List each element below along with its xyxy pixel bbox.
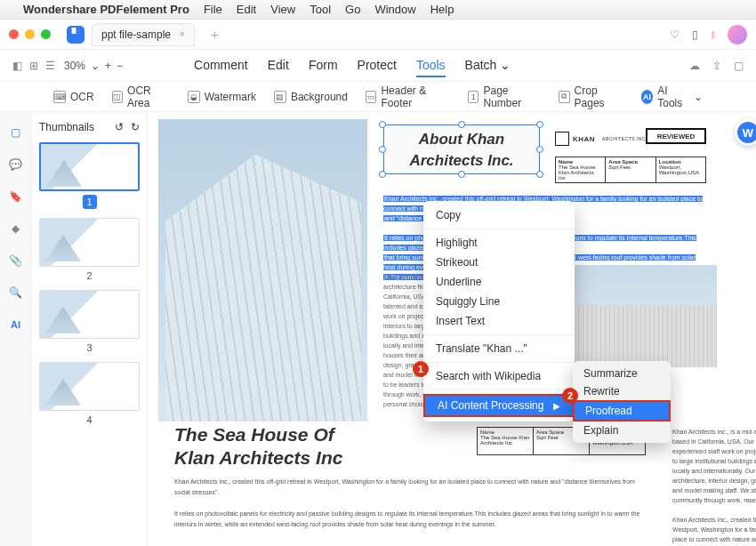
menu-go[interactable]: Go bbox=[345, 3, 360, 16]
thumbnail-4[interactable] bbox=[39, 362, 140, 411]
selection-handle[interactable] bbox=[379, 146, 386, 153]
context-menu: Copy Highlight Strikeout Underline Squig… bbox=[423, 201, 575, 422]
menu-help[interactable]: Help bbox=[430, 3, 454, 16]
ai-tools-button[interactable]: AIAI Tools ⌄ bbox=[641, 84, 703, 109]
zoom-dropdown-icon[interactable]: ⌄ bbox=[91, 60, 100, 72]
app-name[interactable]: Wondershare PDFelement Pro bbox=[23, 3, 189, 16]
watermark-button[interactable]: ◒Watermark bbox=[188, 91, 256, 103]
ocr-area-button[interactable]: ◫OCR Area bbox=[112, 84, 170, 109]
thumbnail-2[interactable] bbox=[39, 218, 140, 267]
about-title-line1: About Khan bbox=[419, 131, 504, 148]
about-title-line2: Architects Inc. bbox=[409, 152, 513, 169]
layers-icon[interactable]: ◆ bbox=[8, 221, 24, 237]
search-icon[interactable]: 🔍 bbox=[8, 285, 24, 301]
thumbnails-panel: Thumbnails ↺ ↻ 1 2 3 4 bbox=[32, 112, 148, 546]
menu-view[interactable]: View bbox=[270, 3, 295, 16]
new-tab-button[interactable]: + bbox=[211, 27, 219, 42]
thumbnail-3-num: 3 bbox=[39, 342, 140, 353]
selection-handle[interactable] bbox=[458, 121, 465, 128]
seahouse-heading: The Sea House OfKlan Architects Inc bbox=[174, 423, 342, 470]
close-window-button[interactable] bbox=[9, 29, 19, 39]
avatar[interactable] bbox=[728, 25, 747, 44]
equalizer-icon[interactable]: ⦀ bbox=[711, 28, 715, 41]
ctx-explain[interactable]: Explain bbox=[573, 422, 671, 439]
lower-body-text: Khan Architects inc., created this off-g… bbox=[174, 477, 646, 530]
tab-batch[interactable]: Batch ⌄ bbox=[465, 54, 511, 77]
menu-window[interactable]: Window bbox=[374, 3, 415, 16]
thumbnail-3[interactable] bbox=[39, 290, 140, 339]
tab-tools[interactable]: Tools bbox=[416, 54, 446, 77]
page-number-button[interactable]: 1Page Number bbox=[468, 84, 541, 109]
tab-protect[interactable]: Protect bbox=[358, 54, 397, 77]
bell-icon[interactable]: ♡ bbox=[670, 28, 680, 41]
selection-handle[interactable] bbox=[536, 121, 543, 128]
selection-handle[interactable] bbox=[536, 171, 543, 178]
tab-comment[interactable]: Comment bbox=[194, 54, 248, 77]
thumbnails-title: Thumbnails bbox=[39, 121, 94, 133]
zoom-out-button[interactable]: − bbox=[117, 60, 123, 72]
ctx-underline[interactable]: Underline bbox=[423, 272, 575, 292]
menu-tool[interactable]: Tool bbox=[310, 3, 331, 16]
grid-view-icon[interactable]: ⊞ bbox=[29, 60, 38, 72]
header-footer-button[interactable]: ▭Header & Footer bbox=[366, 84, 450, 109]
ctx-rewrite[interactable]: Rewrite bbox=[573, 382, 671, 400]
ctx-highlight[interactable]: Highlight bbox=[423, 233, 575, 253]
window-titlebar: ▘ ppt file-sample × + ♡ ▯ ⦀ bbox=[0, 20, 756, 50]
selection-handle[interactable] bbox=[458, 171, 465, 178]
ctx-squiggly[interactable]: Squiggly Line bbox=[423, 292, 575, 311]
chevron-right-icon: ▶ bbox=[553, 401, 560, 411]
selection-handle[interactable] bbox=[379, 121, 386, 128]
maximize-window-button[interactable] bbox=[41, 29, 51, 39]
word-badge-icon[interactable]: W bbox=[735, 119, 756, 146]
comments-icon[interactable]: 💬 bbox=[8, 157, 24, 173]
ctx-copy[interactable]: Copy bbox=[423, 205, 575, 225]
rotate-left-icon[interactable]: ↺ bbox=[115, 121, 124, 133]
zoom-in-button[interactable]: + bbox=[105, 60, 111, 72]
ocr-button[interactable]: ⌨OCR bbox=[53, 91, 94, 103]
cloud-icon[interactable]: ☁︎ bbox=[689, 60, 700, 72]
share-icon[interactable]: ⇪ bbox=[712, 60, 721, 72]
document-canvas[interactable]: W About Khan Architects Inc. KHANARCHITE… bbox=[148, 112, 756, 546]
tab-close-button[interactable]: × bbox=[180, 29, 185, 39]
document-tab[interactable]: ppt file-sample × bbox=[92, 23, 195, 46]
crop-icon: ⧉ bbox=[559, 91, 569, 103]
ctx-proofread[interactable]: Proofread bbox=[573, 400, 671, 422]
secondary-image bbox=[557, 265, 717, 367]
selection-handle[interactable] bbox=[536, 146, 543, 153]
minimize-window-button[interactable] bbox=[25, 29, 35, 39]
pages-icon[interactable]: ▢ bbox=[8, 124, 24, 141]
thumbnail-1[interactable] bbox=[39, 142, 140, 191]
annotation-badge-2: 2 bbox=[562, 388, 578, 404]
rotate-right-icon[interactable]: ↻ bbox=[131, 121, 140, 133]
ctx-insert-text[interactable]: Insert Text bbox=[423, 311, 575, 331]
traffic-lights bbox=[9, 29, 51, 39]
info-table: NameThe Sea House Klan Architects Inc Ar… bbox=[555, 157, 706, 183]
header-icon: ▭ bbox=[366, 91, 376, 103]
crop-pages-button[interactable]: ⧉Crop Pages bbox=[559, 84, 623, 109]
ai-icon: AI bbox=[641, 90, 653, 104]
expand-icon[interactable]: ▢ bbox=[734, 60, 744, 72]
ctx-translate[interactable]: Translate "Khan ..." bbox=[423, 339, 575, 358]
device-icon[interactable]: ▯ bbox=[692, 28, 698, 41]
ctx-ai-content-processing[interactable]: AI Content Processing▶ bbox=[423, 394, 575, 417]
tab-title: ppt file-sample bbox=[101, 28, 171, 41]
tab-form[interactable]: Form bbox=[309, 54, 338, 77]
sidebar-toggle-icon[interactable]: ◧ bbox=[12, 60, 22, 72]
ctx-search-wikipedia[interactable]: Search with Wikipedia bbox=[423, 366, 575, 386]
tab-edit[interactable]: Edit bbox=[268, 54, 289, 77]
menu-file[interactable]: File bbox=[204, 3, 222, 16]
ocr-icon: ⌨ bbox=[53, 91, 66, 103]
bookmark-icon[interactable]: 🔖 bbox=[8, 189, 24, 205]
tools-subbar: ⌨OCR ◫OCR Area ◒Watermark ▤Background ▭H… bbox=[0, 82, 756, 112]
background-button[interactable]: ▤Background bbox=[274, 91, 348, 103]
selection-handle[interactable] bbox=[379, 171, 386, 178]
menu-edit[interactable]: Edit bbox=[237, 3, 256, 16]
ai-rail-icon[interactable]: AI bbox=[8, 317, 24, 333]
attachment-icon[interactable]: 📎 bbox=[8, 253, 24, 269]
list-view-icon[interactable]: ☰ bbox=[45, 60, 55, 72]
zoom-value[interactable]: 30% bbox=[64, 60, 85, 72]
about-title-selection[interactable]: About Khan Architects Inc. bbox=[383, 124, 540, 174]
ctx-strikeout[interactable]: Strikeout bbox=[423, 253, 575, 272]
ctx-summarize[interactable]: Summarize bbox=[573, 365, 671, 382]
left-rail: ▢ 💬 🔖 ◆ 📎 🔍 AI bbox=[0, 112, 32, 546]
